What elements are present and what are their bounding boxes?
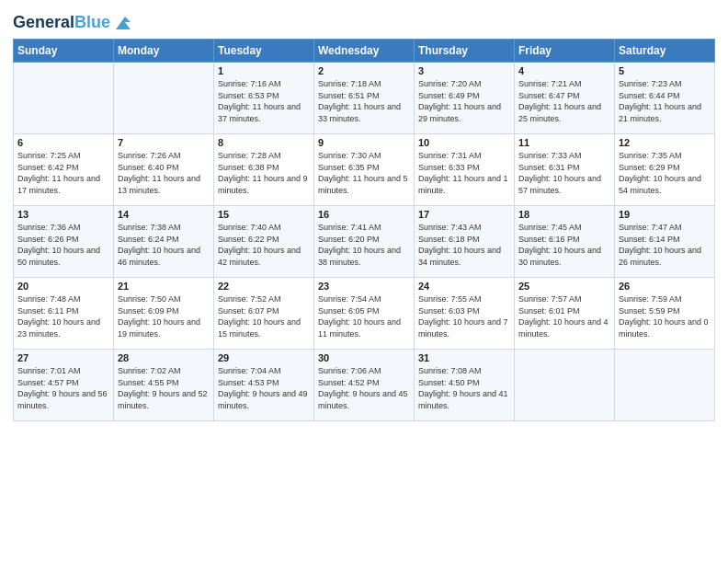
cell-info: Sunrise: 7:54 AM Sunset: 6:05 PM Dayligh… bbox=[318, 293, 410, 339]
week-row-3: 13Sunrise: 7:36 AM Sunset: 6:26 PM Dayli… bbox=[14, 206, 715, 278]
cell-info: Sunrise: 7:31 AM Sunset: 6:33 PM Dayligh… bbox=[418, 150, 510, 196]
day-number: 2 bbox=[318, 65, 410, 76]
calendar-cell: 9Sunrise: 7:30 AM Sunset: 6:35 PM Daylig… bbox=[314, 134, 415, 206]
cell-info: Sunrise: 7:52 AM Sunset: 6:07 PM Dayligh… bbox=[218, 293, 310, 339]
calendar-cell: 7Sunrise: 7:26 AM Sunset: 6:40 PM Daylig… bbox=[114, 134, 214, 206]
cell-info: Sunrise: 7:59 AM Sunset: 5:59 PM Dayligh… bbox=[619, 293, 711, 339]
day-number: 14 bbox=[118, 209, 210, 220]
day-number: 9 bbox=[318, 137, 410, 148]
calendar-cell: 13Sunrise: 7:36 AM Sunset: 6:26 PM Dayli… bbox=[14, 206, 114, 278]
day-number: 8 bbox=[218, 137, 310, 148]
cell-info: Sunrise: 7:33 AM Sunset: 6:31 PM Dayligh… bbox=[518, 150, 610, 196]
week-row-5: 27Sunrise: 7:01 AM Sunset: 4:57 PM Dayli… bbox=[14, 350, 715, 421]
day-number: 30 bbox=[318, 352, 410, 363]
cell-info: Sunrise: 7:36 AM Sunset: 6:26 PM Dayligh… bbox=[17, 222, 109, 268]
cell-info: Sunrise: 7:16 AM Sunset: 6:53 PM Dayligh… bbox=[218, 78, 310, 124]
calendar-cell: 10Sunrise: 7:31 AM Sunset: 6:33 PM Dayli… bbox=[415, 134, 515, 206]
header-row: SundayMondayTuesdayWednesdayThursdayFrid… bbox=[14, 40, 715, 63]
calendar-cell: 20Sunrise: 7:48 AM Sunset: 6:11 PM Dayli… bbox=[14, 278, 114, 350]
calendar-cell: 18Sunrise: 7:45 AM Sunset: 6:16 PM Dayli… bbox=[515, 206, 615, 278]
cell-info: Sunrise: 7:01 AM Sunset: 4:57 PM Dayligh… bbox=[17, 365, 109, 411]
cell-info: Sunrise: 7:40 AM Sunset: 6:22 PM Dayligh… bbox=[218, 222, 310, 268]
logo-text: GeneralBlue bbox=[13, 14, 110, 32]
day-number: 31 bbox=[418, 352, 510, 363]
week-row-1: 1Sunrise: 7:16 AM Sunset: 6:53 PM Daylig… bbox=[14, 63, 715, 134]
calendar-cell: 21Sunrise: 7:50 AM Sunset: 6:09 PM Dayli… bbox=[114, 278, 214, 350]
calendar-cell: 19Sunrise: 7:47 AM Sunset: 6:14 PM Dayli… bbox=[615, 206, 715, 278]
day-number: 1 bbox=[218, 65, 310, 76]
cell-info: Sunrise: 7:18 AM Sunset: 6:51 PM Dayligh… bbox=[318, 78, 410, 124]
cell-info: Sunrise: 7:08 AM Sunset: 4:50 PM Dayligh… bbox=[418, 365, 510, 411]
week-row-4: 20Sunrise: 7:48 AM Sunset: 6:11 PM Dayli… bbox=[14, 278, 715, 350]
calendar-cell: 26Sunrise: 7:59 AM Sunset: 5:59 PM Dayli… bbox=[615, 278, 715, 350]
day-header-saturday: Saturday bbox=[615, 40, 715, 63]
calendar-cell: 6Sunrise: 7:25 AM Sunset: 6:42 PM Daylig… bbox=[14, 134, 114, 206]
day-header-thursday: Thursday bbox=[415, 40, 515, 63]
page: GeneralBlue SundayMondayTuesdayWednesday… bbox=[0, 0, 728, 563]
day-number: 26 bbox=[619, 281, 711, 292]
day-header-tuesday: Tuesday bbox=[214, 40, 314, 63]
calendar-cell: 14Sunrise: 7:38 AM Sunset: 6:24 PM Dayli… bbox=[114, 206, 214, 278]
day-number: 28 bbox=[118, 352, 210, 363]
cell-info: Sunrise: 7:47 AM Sunset: 6:14 PM Dayligh… bbox=[619, 222, 711, 268]
calendar-cell: 31Sunrise: 7:08 AM Sunset: 4:50 PM Dayli… bbox=[415, 350, 515, 421]
day-number: 4 bbox=[518, 65, 610, 76]
day-header-sunday: Sunday bbox=[14, 40, 114, 63]
week-row-2: 6Sunrise: 7:25 AM Sunset: 6:42 PM Daylig… bbox=[14, 134, 715, 206]
day-number: 18 bbox=[518, 209, 610, 220]
day-number: 21 bbox=[118, 281, 210, 292]
calendar-cell: 16Sunrise: 7:41 AM Sunset: 6:20 PM Dayli… bbox=[314, 206, 415, 278]
calendar-cell: 2Sunrise: 7:18 AM Sunset: 6:51 PM Daylig… bbox=[314, 63, 415, 134]
cell-info: Sunrise: 7:43 AM Sunset: 6:18 PM Dayligh… bbox=[418, 222, 510, 268]
cell-info: Sunrise: 7:38 AM Sunset: 6:24 PM Dayligh… bbox=[118, 222, 210, 268]
cell-info: Sunrise: 7:02 AM Sunset: 4:55 PM Dayligh… bbox=[118, 365, 210, 411]
cell-info: Sunrise: 7:41 AM Sunset: 6:20 PM Dayligh… bbox=[318, 222, 410, 268]
calendar-cell bbox=[14, 63, 114, 134]
cell-info: Sunrise: 7:48 AM Sunset: 6:11 PM Dayligh… bbox=[17, 293, 109, 339]
day-number: 23 bbox=[318, 281, 410, 292]
header: GeneralBlue bbox=[13, 9, 715, 33]
logo: GeneralBlue bbox=[13, 13, 132, 33]
day-number: 17 bbox=[418, 209, 510, 220]
calendar-cell: 5Sunrise: 7:23 AM Sunset: 6:44 PM Daylig… bbox=[615, 63, 715, 134]
cell-info: Sunrise: 7:23 AM Sunset: 6:44 PM Dayligh… bbox=[619, 78, 711, 124]
calendar-cell bbox=[515, 350, 615, 421]
day-number: 15 bbox=[218, 209, 310, 220]
calendar-cell: 11Sunrise: 7:33 AM Sunset: 6:31 PM Dayli… bbox=[515, 134, 615, 206]
day-number: 27 bbox=[17, 352, 109, 363]
day-number: 22 bbox=[218, 281, 310, 292]
calendar-cell: 8Sunrise: 7:28 AM Sunset: 6:38 PM Daylig… bbox=[214, 134, 314, 206]
day-number: 24 bbox=[418, 281, 510, 292]
cell-info: Sunrise: 7:30 AM Sunset: 6:35 PM Dayligh… bbox=[318, 150, 410, 196]
calendar-cell: 24Sunrise: 7:55 AM Sunset: 6:03 PM Dayli… bbox=[415, 278, 515, 350]
day-number: 6 bbox=[17, 137, 109, 148]
day-number: 3 bbox=[418, 65, 510, 76]
calendar-cell: 17Sunrise: 7:43 AM Sunset: 6:18 PM Dayli… bbox=[415, 206, 515, 278]
calendar-cell: 25Sunrise: 7:57 AM Sunset: 6:01 PM Dayli… bbox=[515, 278, 615, 350]
cell-info: Sunrise: 7:57 AM Sunset: 6:01 PM Dayligh… bbox=[518, 293, 610, 339]
cell-info: Sunrise: 7:28 AM Sunset: 6:38 PM Dayligh… bbox=[218, 150, 310, 196]
calendar-cell: 1Sunrise: 7:16 AM Sunset: 6:53 PM Daylig… bbox=[214, 63, 314, 134]
cell-info: Sunrise: 7:50 AM Sunset: 6:09 PM Dayligh… bbox=[118, 293, 210, 339]
logo-icon bbox=[112, 13, 132, 33]
calendar-cell: 30Sunrise: 7:06 AM Sunset: 4:52 PM Dayli… bbox=[314, 350, 415, 421]
cell-info: Sunrise: 7:45 AM Sunset: 6:16 PM Dayligh… bbox=[518, 222, 610, 268]
cell-info: Sunrise: 7:04 AM Sunset: 4:53 PM Dayligh… bbox=[218, 365, 310, 411]
day-number: 16 bbox=[318, 209, 410, 220]
day-number: 7 bbox=[118, 137, 210, 148]
day-number: 25 bbox=[518, 281, 610, 292]
day-number: 20 bbox=[17, 281, 109, 292]
day-header-friday: Friday bbox=[515, 40, 615, 63]
day-number: 12 bbox=[619, 137, 711, 148]
day-number: 13 bbox=[17, 209, 109, 220]
calendar-table: SundayMondayTuesdayWednesdayThursdayFrid… bbox=[13, 39, 715, 421]
calendar-cell bbox=[114, 63, 214, 134]
calendar-cell: 4Sunrise: 7:21 AM Sunset: 6:47 PM Daylig… bbox=[515, 63, 615, 134]
cell-info: Sunrise: 7:26 AM Sunset: 6:40 PM Dayligh… bbox=[118, 150, 210, 196]
cell-info: Sunrise: 7:20 AM Sunset: 6:49 PM Dayligh… bbox=[418, 78, 510, 124]
calendar-cell bbox=[615, 350, 715, 421]
calendar-cell: 29Sunrise: 7:04 AM Sunset: 4:53 PM Dayli… bbox=[214, 350, 314, 421]
day-number: 11 bbox=[518, 137, 610, 148]
cell-info: Sunrise: 7:35 AM Sunset: 6:29 PM Dayligh… bbox=[619, 150, 711, 196]
day-number: 29 bbox=[218, 352, 310, 363]
